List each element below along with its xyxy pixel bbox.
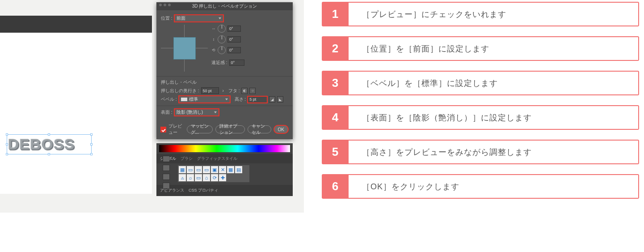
angle-x-knob[interactable] [218,25,226,33]
step-text: ［高さ］をプレビューをみながら調整します [349,140,639,164]
perspective-field[interactable]: 0° [229,60,244,66]
step-item: 4 ［表面］を［陰影（艶消し）］に設定します [322,105,639,130]
panel-icon[interactable] [163,183,170,189]
step-number: 6 [322,174,349,199]
cap-off-button[interactable]: ○ [249,88,256,94]
canvas-dark-strip [0,16,152,33]
artboard [0,33,152,194]
panel-tabs: シンボル ブラシ グラフィックスタイル [156,154,293,163]
symbol-item[interactable]: ⟳ [211,174,218,181]
3d-extrude-dialog: 3D 押し出し・ベベルオプション 位置 : 前面 ↔ [156,2,293,139]
tab-brush[interactable]: ブラシ [181,156,193,162]
surface-dropdown[interactable]: 陰影 (艶消し) [174,109,219,116]
step-text: ［ベベル］を［標準］に設定します [349,71,639,95]
step-item: 2 ［位置］を［前面］に設定します [322,36,639,61]
ok-button[interactable]: OK [274,125,288,133]
step-number: 2 [322,36,349,61]
height-field[interactable]: 5 pt [248,96,267,103]
dialog-title: 3D 押し出し・ベベルオプション [192,4,257,9]
tab-graphic-style[interactable]: グラフィックスタイル [197,156,237,162]
panel-icon[interactable] [163,156,170,162]
symbol-item[interactable]: ⌂ [203,174,210,181]
selection-handle[interactable] [90,143,93,145]
bevel-label: ベベル : [161,96,177,103]
panels-area: シンボル ブラシ グラフィックスタイル ▦ ▭ ▭ ▭ ▣ ✕ ▦ ▤ ஃ ⌕ … [156,143,293,196]
extrude-section-title: 押し出し・ベベル [161,79,288,85]
panel-icon[interactable] [163,165,170,171]
symbol-item[interactable]: ⌕ [187,174,194,181]
detail-options-button[interactable]: 詳細オプション [215,125,245,133]
cap-label: フタ : [228,88,240,94]
perspective-label: 遠近感 : [211,60,227,66]
step-item: 5 ［高さ］をプレビューをみながら調整します [322,140,639,164]
dialog-title-bar[interactable]: 3D 押し出し・ベベルオプション [156,2,293,10]
step-number: 5 [322,140,349,164]
position-label: 位置 : [161,15,173,21]
selection-handle[interactable] [48,153,50,155]
panel-tabs-lower: アピアランス CSS プロパティ [156,185,293,196]
symbol-item[interactable]: ▭ [195,166,202,173]
bevel-out-button[interactable]: ◣ [277,96,283,103]
tab-css-properties[interactable]: CSS プロパティ [189,188,218,193]
preview-label: プレビュー [168,123,184,136]
deboss-text: DEBOSS [8,136,90,153]
angle-z-knob[interactable] [218,46,226,54]
axis-y-icon: ↕ [211,37,216,42]
angle-y-field[interactable]: 0° [227,36,241,43]
angle-y-knob[interactable] [218,35,226,43]
symbol-grid: ▦ ▭ ▭ ▭ ▣ ✕ ▦ ▤ ஃ ⌕ ▭ ⌂ ⟳ ✚ [178,165,249,182]
bevel-swatch-icon [181,98,187,101]
symbol-item[interactable]: ▭ [195,174,202,181]
axis-x-icon: ↔ [211,26,216,31]
step-item: 3 ［ベベル］を［標準］に設定します [322,71,639,95]
step-text: ［OK］をクリックします [349,174,639,199]
position-dropdown[interactable]: 前面 [174,15,223,22]
step-text: ［位置］を［前面］に設定します [349,36,639,61]
rotation-cube-widget[interactable] [161,25,208,72]
preview-checkbox[interactable] [161,127,166,132]
symbol-item[interactable]: ✕ [219,166,226,173]
surface-value: 陰影 (艶消し) [177,109,203,115]
step-item: 6 ［OK］をクリックします [322,174,639,199]
angle-z-field[interactable]: 0° [227,47,241,53]
selection-handle[interactable] [90,133,93,136]
selection-handle[interactable] [6,133,8,136]
mapping-button[interactable]: マッピング... [187,125,213,133]
bevel-dropdown[interactable]: 標準 [179,96,230,103]
selection-frame: DEBOSS [7,134,92,154]
cap-on-button[interactable]: ◐ [241,88,248,94]
panel-icon[interactable] [163,174,170,180]
instruction-list: 1 ［プレビュー］にチェックをいれます 2 ［位置］を［前面］に設定します 3 … [322,2,639,199]
cancel-button[interactable]: キャンセル [248,125,271,133]
symbol-item[interactable]: ▦ [227,166,234,173]
bevel-in-button[interactable]: ◢ [269,96,275,103]
left-screenshot-area: DEBOSS 3D 押し出し・ベベルオプション 位置 : 前面 [0,0,304,213]
selection-handle[interactable] [90,153,93,155]
panel-icon-rail [156,143,176,189]
angle-x-field[interactable]: 0° [227,26,241,32]
color-spectrum[interactable] [159,145,290,152]
symbol-item[interactable]: ▭ [203,166,210,173]
symbol-item[interactable]: ▤ [235,166,242,173]
window-controls[interactable] [159,4,171,6]
step-text: ［表面］を［陰影（艶消し）］に設定します [349,105,639,130]
step-number: 1 [322,2,349,26]
step-number: 3 [322,71,349,95]
axis-z-icon: ⟲ [211,48,216,52]
depth-label: 押し出しの奥行き : [161,88,199,94]
selection-handle[interactable] [6,143,8,145]
surface-label: 表面 : [161,109,173,115]
selection-handle[interactable] [48,133,50,136]
selection-handle[interactable] [6,153,8,155]
symbol-item[interactable]: ▣ [211,166,218,173]
symbol-item[interactable]: ✚ [219,174,226,181]
step-number: 4 [322,105,349,130]
rotation-cube[interactable] [173,37,196,60]
height-label: 高さ : [235,96,246,103]
symbol-item[interactable]: ▭ [187,166,194,173]
symbol-item[interactable]: ஃ [179,174,186,181]
symbol-item[interactable]: ▦ [179,166,186,173]
step-text: ［プレビュー］にチェックをいれます [349,2,639,26]
depth-field[interactable]: 50 pt [201,87,219,94]
bevel-value: 標準 [189,96,198,103]
